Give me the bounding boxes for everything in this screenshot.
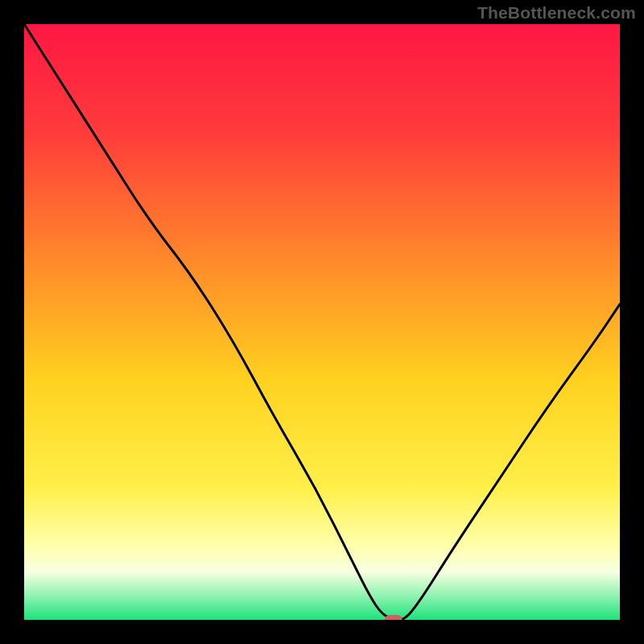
plot-area [24, 24, 620, 620]
bottleneck-chart [24, 24, 620, 620]
watermark-text: TheBottleneck.com [477, 3, 636, 23]
chart-frame: TheBottleneck.com [0, 0, 644, 644]
optimum-marker [385, 615, 402, 620]
gradient-background [24, 24, 620, 620]
